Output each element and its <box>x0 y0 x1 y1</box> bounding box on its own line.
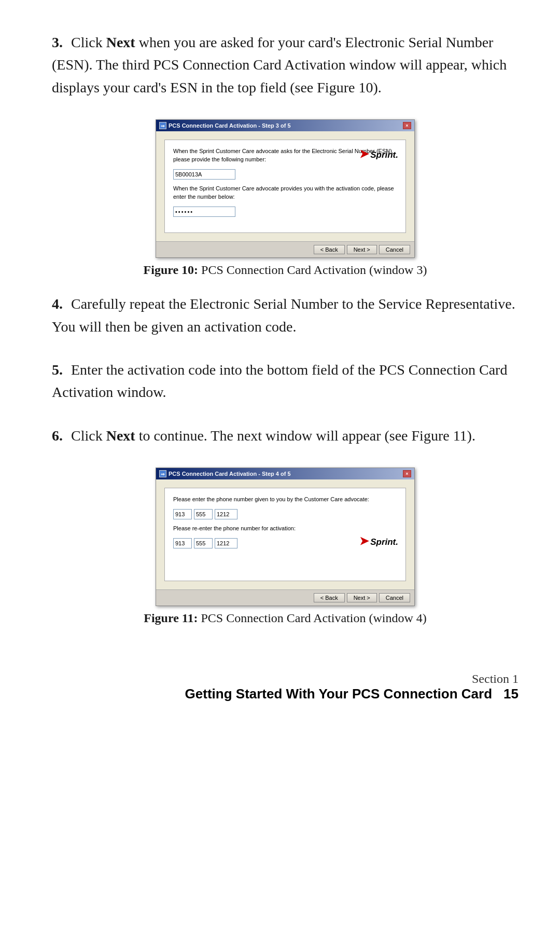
phone1-row <box>173 509 397 519</box>
section-label: Section 1 <box>185 672 519 686</box>
step-4-number: 4. <box>52 296 63 312</box>
cancel-button-3[interactable]: Cancel <box>379 245 410 254</box>
dialog-text1-4: Please enter the phone number given to y… <box>173 496 397 504</box>
sprint-text-4: Sprint. <box>370 537 398 547</box>
phone2-mid[interactable] <box>194 538 213 548</box>
step-6-keyword-next: Next <box>106 428 135 444</box>
dialog-window-4: ⇒ PCS Connection Card Activation - Step … <box>156 468 415 606</box>
page-footer: Section 1 Getting Started With Your PCS … <box>52 667 519 702</box>
phone1-mid[interactable] <box>194 509 213 519</box>
dialog-title-icon-4: ⇒ <box>159 470 166 477</box>
dialog-footer-3: < Back Next > Cancel <box>156 241 414 257</box>
dialog-close-btn-3[interactable]: × <box>403 122 411 129</box>
phone2-last[interactable] <box>215 538 237 548</box>
dialog-titlebar-3: ⇒ PCS Connection Card Activation - Step … <box>156 120 414 131</box>
phone1-area[interactable] <box>173 509 192 519</box>
step-6-block: 6. Click Next to continue. The next wind… <box>52 424 519 447</box>
footer-bottom: Section 1 Getting Started With Your PCS … <box>185 672 519 702</box>
next-button-3[interactable]: Next > <box>347 245 377 254</box>
next-button-4[interactable]: Next > <box>347 593 377 602</box>
step-5-number: 5. <box>52 362 63 378</box>
cancel-button-4[interactable]: Cancel <box>379 593 410 602</box>
dialog-footer-4: < Back Next > Cancel <box>156 589 414 606</box>
phone2-area[interactable] <box>173 538 192 548</box>
sprint-arrow-4: ➤ <box>359 534 369 547</box>
dialog-title-text-3: PCS Connection Card Activation - Step 3 … <box>169 122 291 129</box>
footer-title: Getting Started With Your PCS Connection… <box>185 686 493 702</box>
dialog-title-text-4: PCS Connection Card Activation - Step 4 … <box>169 471 291 477</box>
step-6-text: 6. Click Next to continue. The next wind… <box>52 424 519 447</box>
step-3-block: 3. Click Next when you are asked for you… <box>52 31 519 99</box>
sprint-text-3: Sprint. <box>370 150 398 160</box>
figure-11-caption-text: PCS Connection Card Activation (window 4… <box>198 611 426 625</box>
esn-input[interactable] <box>173 169 235 180</box>
dialog-titlebar-4: ⇒ PCS Connection Card Activation - Step … <box>156 468 414 479</box>
back-button-3[interactable]: < Back <box>314 245 345 254</box>
dialog-text2-4: Please re-enter the phone number for act… <box>173 525 397 533</box>
dialog-inner-3: When the Sprint Customer Care advocate a… <box>164 140 406 233</box>
activation-input[interactable] <box>173 207 235 217</box>
sprint-logo-4: ➤ Sprint. <box>359 534 398 548</box>
dialog-body-3: When the Sprint Customer Care advocate a… <box>156 131 414 241</box>
step-5-block: 5. Enter the activation code into the bo… <box>52 359 519 404</box>
sprint-arrow-3: ➤ <box>359 147 369 160</box>
step-4-block: 4. Carefully repeat the Electronic Seria… <box>52 293 519 338</box>
dialog-body-4: Please enter the phone number given to y… <box>156 479 414 589</box>
step-3-number: 3. <box>52 34 63 50</box>
figure-11-caption-bold: Figure 11: <box>144 611 198 625</box>
phone1-last[interactable] <box>215 509 237 519</box>
figure-11-container: ⇒ PCS Connection Card Activation - Step … <box>52 468 519 636</box>
dialog-inner-4: Please enter the phone number given to y… <box>164 488 406 581</box>
dialog-window-3: ⇒ PCS Connection Card Activation - Step … <box>156 119 415 258</box>
step-4-text: 4. Carefully repeat the Electronic Seria… <box>52 293 519 338</box>
dialog-text2-3: When the Sprint Customer Care advocate p… <box>173 185 397 201</box>
footer-page-number: 15 <box>503 686 519 702</box>
step-5-text: 5. Enter the activation code into the bo… <box>52 359 519 404</box>
dialog-close-btn-4[interactable]: × <box>403 470 411 477</box>
figure-10-caption-bold: Figure 10: <box>144 263 199 277</box>
step-3-text: 3. Click Next when you are asked for you… <box>52 31 519 99</box>
dialog-title-icon-3: ⇒ <box>159 122 166 129</box>
sprint-logo-3: ➤ Sprint. <box>359 147 398 161</box>
step-6-number: 6. <box>52 428 63 444</box>
step-3-keyword-next: Next <box>106 34 135 50</box>
figure-10-caption-text: PCS Connection Card Activation (window 3… <box>198 263 427 277</box>
back-button-4[interactable]: < Back <box>314 593 345 602</box>
figure-10-container: ⇒ PCS Connection Card Activation - Step … <box>52 119 519 287</box>
figure-10-caption: Figure 10: PCS Connection Card Activatio… <box>144 263 427 277</box>
figure-11-caption: Figure 11: PCS Connection Card Activatio… <box>144 611 427 625</box>
